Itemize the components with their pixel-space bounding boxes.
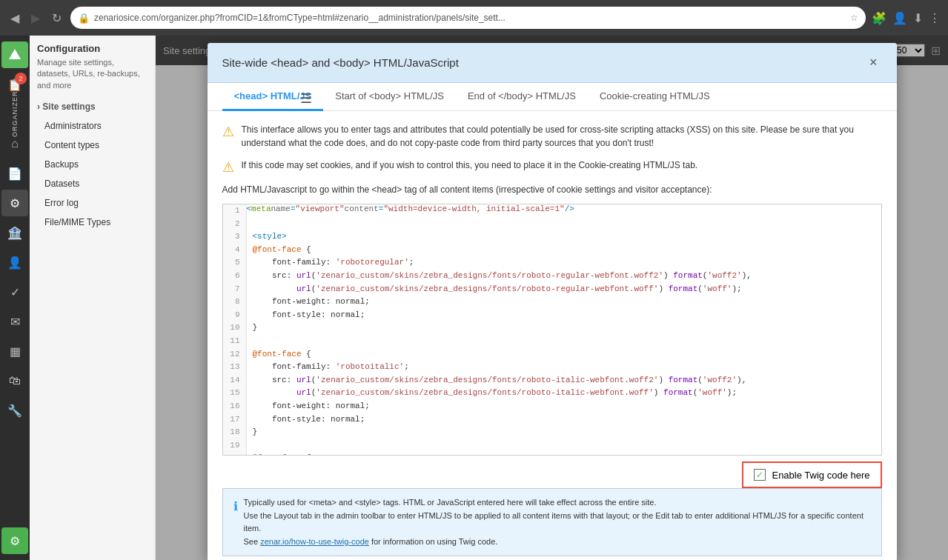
sidebar-section-desc: Manage site settings, datasets, URLs, re… — [30, 57, 155, 97]
svg-marker-0 — [9, 49, 21, 59]
sidebar-item-administrators[interactable]: Administrators — [30, 116, 155, 136]
sidebar-icon-mail[interactable]: ✉ — [1, 308, 28, 335]
info-text-line1: Typically used for <meta> and <style> ta… — [244, 498, 657, 507]
sidebar-icon-grid[interactable]: ▦ — [1, 338, 28, 364]
modal: ☰ Site-wide <head> and <body> HTML/JavaS… — [208, 43, 897, 560]
sidebar-icon-bank[interactable]: 🏦 — [1, 219, 28, 246]
sidebar-section-title: Configuration — [30, 36, 155, 57]
sidebar: Configuration Manage site settings, data… — [30, 36, 156, 560]
warning-icon-2: ⚠ — [222, 159, 234, 176]
warning-box-1: ⚠ This interface allows you to enter tag… — [222, 123, 882, 150]
warning-text-1: This interface allows you to enter tags … — [242, 123, 882, 150]
sidebar-item-error-log[interactable]: Error log — [30, 193, 155, 213]
browser-chrome: ◀ ▶ ↻ 🔒 zenariosice.com/organizer.php?fr… — [0, 0, 948, 36]
sidebar-icon-settings[interactable]: ⚙ — [1, 190, 28, 216]
tab-end-body[interactable]: End of </body> HTML/JS — [456, 83, 588, 111]
modal-overlay: ☰ Site-wide <head> and <body> HTML/JavaS… — [156, 36, 948, 560]
sidebar-icon-bag[interactable]: 🛍 — [1, 367, 28, 394]
address-bar[interactable]: 🔒 zenariosice.com/organizer.php?fromCID=… — [70, 7, 866, 29]
sidebar-icon-puzzle[interactable]: 🔧 — [1, 397, 28, 424]
profile-icon[interactable]: 👤 — [892, 11, 907, 25]
menu-icon[interactable]: ⋮ — [929, 11, 941, 25]
info-text-line2: Use the Layout tab in the admin toolbar … — [244, 511, 864, 533]
icon-bar: 📋 2 ORGANIZER ⌂ 📄 ⚙ 🏦 👤 ✓ ✉ ▦ 🛍 🔧 ⚙ — [0, 36, 30, 560]
sidebar-menu-section[interactable]: Site settings — [30, 97, 155, 116]
modal-body: ⚠ This interface allows you to enter tag… — [208, 111, 897, 560]
extensions-icon[interactable]: 🧩 — [872, 11, 886, 25]
security-icon: 🔒 — [78, 13, 90, 24]
sidebar-icon-user[interactable]: 👤 — [1, 249, 28, 276]
checkbox-check: ✓ — [756, 470, 763, 480]
main-content: Site settings ist (siteadmin) ▼ ⏻ ⟳ size… — [156, 36, 948, 560]
browser-actions: 🧩 👤 ⬇ ⋮ — [872, 11, 941, 25]
modal-description: Add HTML/Javascript to go within the <he… — [222, 184, 882, 195]
info-box: ℹ Typically used for <meta> and <style> … — [222, 488, 882, 556]
modal-close-button[interactable]: × — [865, 53, 882, 72]
warning-box-2: ⚠ If this code may set cookies, and if y… — [222, 159, 882, 176]
app-shell: 📋 2 ORGANIZER ⌂ 📄 ⚙ 🏦 👤 ✓ ✉ ▦ 🛍 🔧 ⚙ Conf… — [0, 36, 948, 560]
info-icon: ℹ — [233, 497, 238, 516]
logo-icon[interactable] — [1, 41, 28, 68]
sidebar-item-content-types[interactable]: Content types — [30, 136, 155, 155]
sidebar-item-backups[interactable]: Backups — [30, 155, 155, 174]
warning-icon-1: ⚠ — [222, 124, 234, 140]
warning-text-2: If this code may set cookies, and if you… — [242, 159, 698, 172]
sidebar-icon-check[interactable]: ✓ — [1, 279, 28, 305]
hamburger-icon[interactable]: ☰ — [300, 90, 312, 107]
code-editor[interactable]: 1<meta name="viewport" content="width=de… — [222, 204, 882, 456]
sidebar-icon-files[interactable]: 📄 — [1, 160, 28, 187]
twig-info-link[interactable]: zenar.io/how-to-use-twig-code — [260, 537, 369, 546]
reload-button[interactable]: ↻ — [49, 8, 64, 28]
info-text: Typically used for <meta> and <style> ta… — [244, 496, 871, 548]
tab-start-body[interactable]: Start of <body> HTML/JS — [323, 83, 456, 111]
twig-checkbox-label: Enable Twig code here — [772, 470, 869, 481]
url-display: zenariosice.com/organizer.php?fromCID=1&… — [94, 13, 846, 23]
sidebar-item-datasets[interactable]: Datasets — [30, 174, 155, 193]
download-icon[interactable]: ⬇ — [913, 11, 923, 25]
modal-header: Site-wide <head> and <body> HTML/JavaScr… — [208, 43, 897, 83]
twig-checkbox[interactable]: ✓ — [754, 469, 766, 481]
forward-button[interactable]: ▶ — [28, 8, 43, 28]
organizer-label-area: ORGANIZER — [1, 101, 28, 127]
sidebar-item-file-mime[interactable]: File/MIME Types — [30, 213, 155, 232]
tab-cookie[interactable]: Cookie-creating HTML/JS — [588, 83, 722, 111]
bookmark-icon[interactable]: ☆ — [850, 13, 858, 23]
sidebar-icon-gear[interactable]: ⚙ — [1, 527, 28, 554]
back-button[interactable]: ◀ — [7, 8, 22, 28]
modal-title: Site-wide <head> and <body> HTML/JavaScr… — [222, 56, 459, 69]
twig-box: ✓ Enable Twig code here — [742, 461, 881, 488]
